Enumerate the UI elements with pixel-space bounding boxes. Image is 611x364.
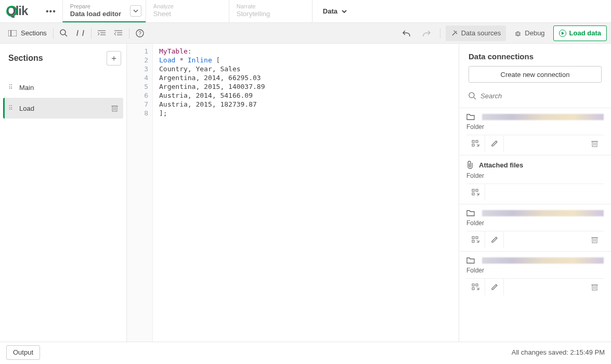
- app-menu-icon[interactable]: •••: [46, 7, 56, 16]
- svg-rect-31: [592, 141, 597, 147]
- connection-search[interactable]: [469, 88, 602, 103]
- outdent-icon[interactable]: [110, 26, 127, 41]
- svg-text:?: ?: [138, 31, 141, 36]
- svg-rect-28: [472, 140, 474, 142]
- connection-item: Folder: [459, 204, 611, 251]
- svg-rect-37: [476, 189, 478, 191]
- connection-type: Folder: [466, 172, 604, 179]
- code-area[interactable]: MyTable:Load * Inline [Country, Year, Sa…: [153, 44, 459, 342]
- datasources-label: Data sources: [461, 29, 501, 37]
- code-editor[interactable]: 12345678 MyTable:Load * Inline [Country,…: [127, 44, 459, 342]
- delete-icon[interactable]: [585, 231, 604, 248]
- connection-name: Attached files: [479, 161, 523, 169]
- tab-sub: Sheet: [153, 10, 222, 18]
- select-data-icon[interactable]: [466, 184, 485, 201]
- play-icon: [559, 30, 566, 37]
- edit-icon[interactable]: [485, 279, 504, 295]
- sidebar-item-main[interactable]: ⠿Main: [3, 77, 123, 98]
- connection-type: Folder: [466, 219, 604, 227]
- loaddata-label: Load data: [569, 29, 601, 37]
- line-gutter: 12345678: [127, 44, 153, 342]
- tab-sub: Storytelling: [237, 10, 305, 18]
- output-button[interactable]: Output: [6, 345, 40, 360]
- svg-rect-46: [472, 288, 474, 290]
- connection-item: Folder: [459, 251, 611, 298]
- indent-icon[interactable]: [94, 26, 110, 41]
- comment-icon[interactable]: [72, 26, 89, 41]
- select-data-icon[interactable]: [466, 231, 485, 248]
- svg-point-26: [469, 93, 474, 98]
- debug-label: Debug: [525, 29, 544, 37]
- svg-line-20: [515, 35, 516, 35]
- app-header: Qlik ••• Prepare Data load editor Analyz…: [0, 0, 611, 23]
- logo-box: Qlik •••: [0, 0, 62, 22]
- folder-icon: [466, 113, 475, 120]
- footer: Output All changes saved: 2:15:49 PM: [0, 342, 611, 362]
- panel-title: Data connections: [459, 44, 611, 66]
- sidebar-item-label: Main: [19, 84, 34, 92]
- sidebar: Sections ＋ ⠿Main⠿Load: [0, 44, 127, 342]
- tab-analyze[interactable]: Analyze Sheet: [146, 0, 229, 22]
- connection-type: Folder: [466, 267, 604, 274]
- svg-rect-2: [8, 30, 11, 36]
- delete-icon[interactable]: [585, 135, 604, 152]
- connection-item: Folder: [459, 108, 611, 155]
- save-status: All changes saved: 2:15:49 PM: [512, 348, 605, 356]
- svg-rect-41: [592, 238, 597, 243]
- datasources-button[interactable]: Data sources: [446, 25, 506, 41]
- search-input[interactable]: [480, 92, 602, 100]
- search-icon[interactable]: [56, 26, 72, 41]
- svg-line-7: [83, 30, 84, 36]
- sidebar-item-label: Load: [19, 105, 34, 112]
- folder-icon: [466, 257, 475, 264]
- tab-sup: Analyze: [153, 3, 222, 9]
- debug-button[interactable]: Debug: [509, 25, 550, 41]
- undo-icon[interactable]: [398, 26, 415, 41]
- loaddata-button[interactable]: Load data: [553, 25, 607, 41]
- svg-rect-36: [472, 193, 474, 195]
- redo-icon[interactable]: [418, 26, 435, 41]
- drag-icon[interactable]: ⠿: [8, 105, 12, 112]
- edit-icon[interactable]: [485, 231, 504, 248]
- tab-sub: Data load editor: [70, 10, 138, 18]
- tab-sup: Narrate: [237, 3, 305, 9]
- svg-rect-29: [472, 144, 474, 146]
- data-connections-panel: Data connections Create new connection F…: [459, 44, 611, 342]
- bug-icon: [514, 30, 522, 37]
- create-connection-button[interactable]: Create new connection: [469, 66, 602, 83]
- tab-sup: Prepare: [70, 3, 138, 9]
- svg-rect-35: [472, 189, 474, 191]
- tab-prepare-dropdown[interactable]: [130, 5, 141, 17]
- drag-icon[interactable]: ⠿: [8, 84, 12, 91]
- main-area: Sections ＋ ⠿Main⠿Load 12345678 MyTable:L…: [0, 44, 611, 342]
- svg-rect-47: [476, 284, 478, 286]
- folder-icon: [466, 210, 475, 216]
- sidebar-title: Sections: [8, 54, 43, 63]
- tab-narrate[interactable]: Narrate Storytelling: [229, 0, 312, 22]
- delete-icon[interactable]: [111, 105, 118, 112]
- svg-rect-39: [472, 240, 474, 242]
- plug-icon: [451, 30, 458, 37]
- svg-rect-45: [472, 284, 474, 286]
- qlik-logo: Qlik: [6, 5, 41, 18]
- add-section-button[interactable]: ＋: [107, 51, 121, 66]
- sidebar-item-load[interactable]: ⠿Load: [3, 98, 123, 119]
- help-icon[interactable]: ?: [132, 26, 148, 41]
- svg-line-5: [65, 34, 67, 36]
- svg-rect-40: [476, 237, 478, 239]
- svg-rect-30: [476, 140, 478, 142]
- select-data-icon[interactable]: [466, 279, 485, 295]
- svg-line-6: [77, 30, 78, 36]
- connection-name-redacted: [482, 210, 604, 216]
- select-data-icon[interactable]: [466, 135, 485, 152]
- sections-toggle[interactable]: [4, 26, 21, 41]
- tab-prepare[interactable]: Prepare Data load editor: [62, 0, 146, 22]
- connection-type: Folder: [466, 123, 604, 131]
- svg-rect-22: [112, 106, 117, 111]
- svg-point-4: [60, 30, 66, 35]
- delete-icon[interactable]: [585, 279, 604, 295]
- edit-icon[interactable]: [485, 135, 504, 152]
- data-dropdown[interactable]: Data: [312, 0, 357, 22]
- sections-label: Sections: [21, 29, 47, 37]
- connection-name-redacted: [482, 257, 604, 264]
